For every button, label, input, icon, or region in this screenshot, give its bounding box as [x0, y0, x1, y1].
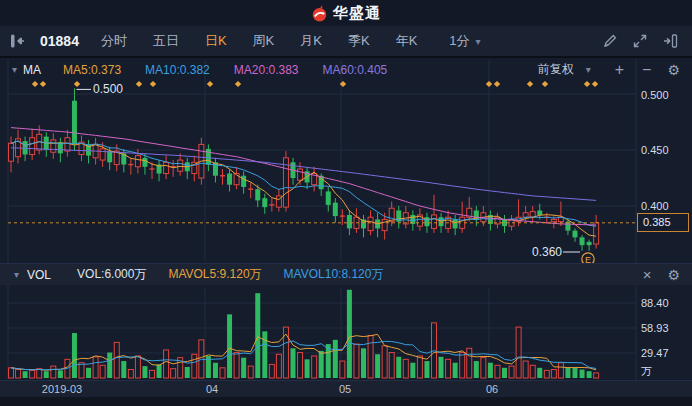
- mavol10-value: MAVOL10:8.120万: [284, 266, 384, 283]
- zoom-out-button[interactable]: −: [642, 62, 651, 78]
- vol-label: VOL: [27, 268, 51, 282]
- tab-monthly-k[interactable]: 月K: [300, 32, 322, 50]
- brand-logo-icon: [311, 5, 328, 22]
- ma-label: MA: [23, 63, 41, 77]
- time-axis-label: 05: [339, 383, 351, 395]
- tab-yearly-k[interactable]: 年K: [396, 32, 418, 50]
- time-axis-label: 06: [486, 383, 498, 395]
- price-axis-label: 0.500: [641, 89, 669, 101]
- time-axis-label: 04: [206, 383, 218, 395]
- vol-value: VOL:6.000万: [77, 266, 146, 283]
- gear-icon[interactable]: ⚙: [667, 63, 680, 77]
- svg-text:0.360: 0.360: [532, 245, 562, 259]
- stock-code: 01884: [40, 33, 79, 49]
- draw-pencil-icon[interactable]: [603, 34, 617, 48]
- tab-weekly-k[interactable]: 周K: [253, 32, 275, 50]
- volume-axis-label: 88.40: [641, 297, 669, 309]
- trading-app-window: 0.5000.360E 华盛通 01884 分时 五日 日K 周K 月K 季K …: [0, 0, 692, 406]
- chart-toolbar: 01884 分时 五日 日K 周K 月K 季K 年K 1分 ▾: [0, 26, 692, 58]
- window-bottom-strip: [0, 397, 692, 406]
- ma60-value: MA60:0.405: [323, 63, 388, 77]
- mavol5-value: MAVOL5:9.120万: [168, 266, 261, 283]
- tab-minute[interactable]: 分时: [101, 32, 127, 50]
- ma-collapse-icon[interactable]: ▾: [12, 64, 17, 75]
- price-axis-label: 0.400: [641, 200, 669, 212]
- ma20-value: MA20:0.383: [234, 63, 299, 77]
- chevron-down-icon[interactable]: ▾: [586, 64, 591, 75]
- top-header: 华盛通: [0, 0, 692, 26]
- time-axis: 2019-03 04 05 06: [0, 380, 692, 397]
- price-axis-label: 0.450: [641, 144, 669, 156]
- tab-quarterly-k[interactable]: 季K: [348, 32, 370, 50]
- tab-5day[interactable]: 五日: [153, 32, 179, 50]
- brand-logo-text: 华盛通: [333, 4, 381, 23]
- svg-text:0.500: 0.500: [93, 82, 123, 96]
- gear-icon[interactable]: ⚙: [667, 268, 680, 282]
- interval-dropdown[interactable]: 1分: [449, 32, 469, 50]
- ma10-value: MA10:0.382: [145, 63, 210, 77]
- current-price-badge: 0.385: [637, 213, 689, 232]
- ma5-value: MA5:0.373: [63, 63, 121, 77]
- time-axis-label: 2019-03: [42, 383, 82, 395]
- tab-daily-k[interactable]: 日K: [205, 32, 227, 50]
- fullscreen-expand-icon[interactable]: [633, 34, 647, 48]
- dock-right-panel-icon[interactable]: [663, 34, 678, 48]
- adjust-mode-dropdown[interactable]: 前复权: [538, 61, 574, 78]
- zoom-in-button[interactable]: +: [615, 62, 624, 78]
- volume-indicator-row: ▾ VOL VOL:6.000万 MAVOL5:9.120万 MAVOL10:8…: [0, 263, 692, 285]
- chevron-down-icon[interactable]: ▾: [476, 36, 481, 47]
- volume-axis-label: 29.47: [641, 347, 669, 359]
- volume-axis-label: 58.93: [641, 322, 669, 334]
- volume-axis-unit: 万: [641, 364, 652, 379]
- ma-indicator-row: ▾ MA MA5:0.373 MA10:0.382 MA20:0.383 MA6…: [0, 59, 692, 80]
- collapse-sidebar-icon[interactable]: [10, 34, 26, 48]
- close-icon[interactable]: ×: [643, 267, 652, 282]
- vol-collapse-icon[interactable]: ▾: [14, 269, 19, 280]
